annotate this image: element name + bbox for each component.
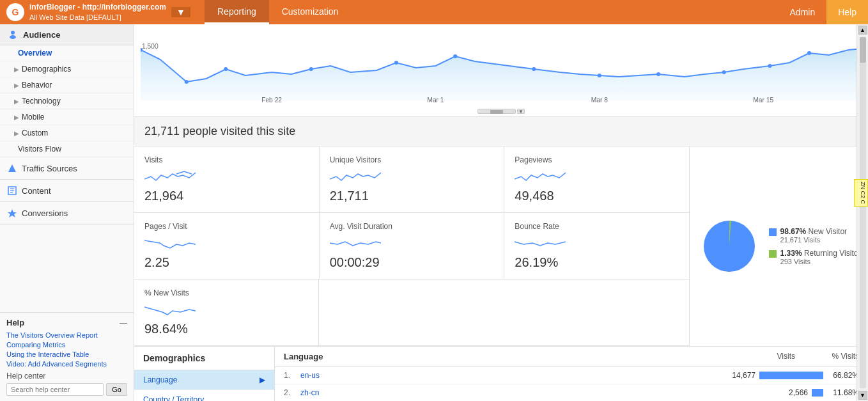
data-table-header: Language Visits % Visits (275, 347, 868, 367)
sticky-line-1: ZN (860, 182, 866, 189)
svg-text:Feb 22: Feb 22 (261, 97, 282, 104)
svg-point-0 (11, 31, 15, 35)
language-column-header: Language (284, 352, 323, 361)
help-link-3[interactable]: Using the Interactive Table (6, 350, 127, 358)
bar-container-1: 14,677 66.82% (717, 371, 859, 380)
visits-label: Visits (144, 155, 309, 164)
pageviews-label: Pageviews (515, 155, 679, 164)
avg-duration-value: 00:00:29 (330, 255, 494, 270)
new-visits-value: 98.64% (144, 322, 308, 336)
pages-visit-value: 2.25 (144, 255, 309, 270)
svg-text:Mar 1: Mar 1 (427, 97, 444, 104)
bounce-rate-value: 26.19% (515, 255, 679, 270)
metrics-row-3: % New Visits 98.64% (134, 279, 689, 346)
help-collapse-button[interactable]: — (120, 318, 127, 327)
returning-visitor-color-swatch (769, 250, 777, 258)
svg-point-10 (224, 67, 228, 71)
sidebar-audience-header[interactable]: Audience (0, 24, 134, 45)
profile-dropdown-button[interactable]: ▼ (171, 7, 190, 17)
chart-scrollbar[interactable]: ▼ (477, 109, 525, 114)
scroll-thumb[interactable] (860, 37, 866, 63)
metrics-row-2: Pages / Visit 2.25 Avg. Visit Duration 0… (134, 213, 689, 279)
right-scrollbar[interactable]: ▲ ▼ (856, 24, 868, 401)
sidebar-demographics[interactable]: ▶ Demographics (0, 61, 134, 77)
sidebar-mobile-label: Mobile (22, 113, 44, 122)
metric-bounce-rate: Bounce Rate 26.19% (504, 213, 689, 279)
new-visitor-color-swatch (769, 228, 777, 236)
site-sub: All Web Site Data [DEFAULT] (29, 13, 166, 22)
new-visits-sparkline (144, 300, 308, 319)
svg-point-1 (10, 35, 16, 39)
sidebar-custom[interactable]: ▶ Custom (0, 125, 134, 141)
visits-2: 2,566 (770, 388, 808, 397)
pct-visits-column-header: % Visits (821, 352, 859, 361)
google-analytics-icon: G (6, 3, 24, 21)
sidebar-technology[interactable]: ▶ Technology (0, 93, 134, 109)
new-visitor-pct-label: 98.67% New Visitor (780, 227, 848, 236)
visits-column-header: Visits (757, 352, 795, 361)
scroll-up-button[interactable]: ▲ (858, 26, 867, 35)
svg-point-15 (598, 74, 601, 77)
sidebar-mobile[interactable]: ▶ Mobile (0, 109, 134, 125)
help-search-button[interactable]: Go (106, 383, 127, 396)
legend-new-visitor: 98.67% New Visitor 21,671 Visits (769, 227, 861, 244)
new-visits-label: % New Visits (144, 288, 308, 297)
svg-point-13 (453, 54, 457, 58)
svg-text:1,500: 1,500 (142, 43, 159, 50)
demographics-nav-country[interactable]: Country / Territory (134, 390, 274, 401)
demographics-nav-language[interactable]: Language ▶ (134, 370, 274, 390)
demographics-header: Demographics (134, 347, 274, 370)
admin-button[interactable]: Admin (779, 0, 827, 24)
svg-text:Mar 8: Mar 8 (591, 97, 608, 104)
country-territory-link[interactable]: Country / Territory (143, 395, 265, 401)
sidebar-visitors-flow[interactable]: Visitors Flow (0, 141, 134, 157)
scroll-down-button[interactable]: ▼ (858, 391, 867, 400)
svg-point-14 (532, 67, 536, 71)
lang-link-2[interactable]: zh-cn (300, 388, 750, 397)
sidebar-content-label: Content (22, 186, 51, 196)
help-link-1[interactable]: The Visitors Overview Report (6, 331, 127, 339)
bar-1 (759, 372, 823, 379)
header-logo-text: inforBlogger - http://inforblogger.com A… (29, 3, 166, 22)
table-row: 2. zh-cn 2,566 11.68% (275, 384, 868, 401)
help-link-2[interactable]: Comparing Metrics (6, 341, 127, 349)
returning-visitor-text: Returning Visitor (804, 249, 861, 258)
traffic-sources-icon (6, 162, 18, 174)
nav-reporting[interactable]: Reporting (205, 0, 269, 24)
metrics-container: Visits 21,964 Unique Visitors 21,711 (134, 146, 868, 346)
help-center-label[interactable]: Help center (6, 372, 127, 381)
lang-link-1[interactable]: en-us (300, 371, 711, 380)
metric-new-visits: % New Visits 98.64% (134, 279, 319, 345)
metric-unique-visitors: Unique Visitors 21,711 (320, 146, 505, 212)
layout: Audience Overview ▶ Demographics ▶ Behav… (0, 24, 868, 401)
help-section: Help — The Visitors Overview Report Comp… (0, 312, 134, 401)
unique-visitors-label: Unique Visitors (330, 155, 494, 164)
content-icon (6, 185, 18, 196)
visits-value: 21,964 (144, 189, 309, 203)
avg-duration-sparkline (330, 233, 494, 253)
arrow-icon: ▶ (14, 130, 19, 137)
returning-visitor-pct-label: 1.33% Returning Visitor (780, 249, 861, 258)
svg-point-18 (768, 64, 771, 68)
bounce-rate-label: Bounce Rate (515, 222, 679, 231)
sidebar-traffic-sources[interactable]: Traffic Sources (0, 157, 134, 180)
sidebar-conversions[interactable]: Conversions (0, 202, 134, 224)
sidebar-overview[interactable]: Overview (0, 45, 134, 61)
demographics-right: Language Visits % Visits 1. en-us 14,677… (275, 347, 868, 401)
audience-icon (6, 28, 19, 41)
metric-pages-visit: Pages / Visit 2.25 (134, 213, 320, 279)
bounce-rate-sparkline (515, 233, 679, 253)
help-link-4[interactable]: Video: Add Advanced Segments (6, 360, 127, 368)
nav-customization[interactable]: Customization (269, 0, 352, 24)
sidebar-content[interactable]: Content (0, 180, 134, 202)
sidebar-behavior-label: Behavior (22, 81, 52, 90)
unique-visitors-value: 21,711 (330, 189, 494, 203)
metric-visits: Visits 21,964 (134, 146, 320, 212)
scroll-track (860, 37, 866, 388)
svg-text:Mar 15: Mar 15 (753, 97, 773, 104)
help-button[interactable]: Help (826, 0, 868, 24)
metrics-left: Visits 21,964 Unique Visitors 21,711 (134, 146, 689, 346)
sidebar-behavior[interactable]: ▶ Behavior (0, 77, 134, 93)
svg-point-11 (309, 67, 313, 71)
help-search-input[interactable] (6, 383, 104, 396)
